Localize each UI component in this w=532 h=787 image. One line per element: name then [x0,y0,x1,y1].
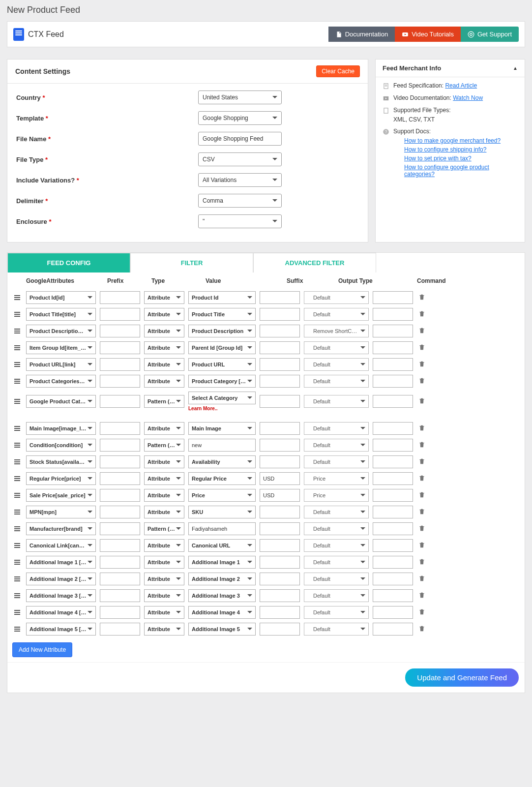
suffix-input[interactable] [260,341,300,354]
type-select[interactable]: Attribute [144,472,184,485]
google-attribute-select[interactable]: Canonical Link[canonic [26,539,96,552]
template-select[interactable]: Google Shopping [198,111,282,125]
enclosure-select[interactable]: " [198,214,282,228]
type-select[interactable]: Attribute [144,573,184,585]
prefix-input[interactable] [100,522,140,535]
add-new-attribute-button[interactable]: Add New Attribute [12,642,72,657]
value-select[interactable]: Price [188,489,256,502]
google-attribute-select[interactable]: Additional Image 3 [ad [26,589,96,602]
suffix-input[interactable] [260,375,300,388]
output-type-select[interactable]: Default [304,522,369,535]
drag-handle-icon[interactable] [13,379,22,384]
value-select[interactable]: Product Category [Ca [188,375,256,388]
support-doc-link[interactable]: How to configure google product categori… [404,164,489,178]
output-type-select[interactable]: Remove ShortCodes [304,325,369,337]
output-type-select[interactable]: Default [304,375,369,388]
output-type-select[interactable]: Default [304,589,369,602]
delete-row-button[interactable] [418,625,425,634]
prefix-input[interactable] [100,455,140,468]
suffix-input[interactable] [260,556,300,569]
delete-row-button[interactable] [418,458,425,466]
drag-handle-icon[interactable] [13,510,22,515]
suffix-input[interactable] [260,455,300,468]
prefix-input[interactable] [100,325,140,337]
drag-handle-icon[interactable] [13,362,22,367]
value-input[interactable] [188,522,256,535]
drag-handle-icon[interactable] [13,426,22,431]
value-select[interactable]: Parent Id [Group Id] [188,341,256,354]
command-input[interactable] [373,472,413,485]
type-select[interactable]: Attribute [144,358,184,371]
google-attribute-select[interactable]: Main Image[image_link [26,422,96,435]
suffix-input[interactable] [260,589,300,602]
type-select[interactable]: Attribute [144,506,184,518]
drag-handle-icon[interactable] [13,543,22,548]
type-select[interactable]: Attribute [144,606,184,619]
suffix-input[interactable] [260,358,300,371]
update-and-generate-button[interactable]: Update and Generate Feed [405,668,519,687]
value-select[interactable]: Additional Image 5 [188,623,256,636]
google-attribute-select[interactable]: Additional Image 2 [ad [26,573,96,585]
suffix-input[interactable] [260,395,300,408]
tab-feed-config[interactable]: FEED CONFIG [7,253,130,272]
delete-row-button[interactable] [418,491,425,500]
delete-row-button[interactable] [418,361,425,369]
delete-row-button[interactable] [418,608,425,617]
value-select[interactable]: Main Image [188,422,256,435]
google-attribute-select[interactable]: Additional Image 5 [ad [26,623,96,636]
prefix-input[interactable] [100,573,140,585]
google-attribute-select[interactable]: Item Group Id[item_gro [26,341,96,354]
delete-row-button[interactable] [418,327,425,335]
google-attribute-select[interactable]: Additional Image 1 [ad [26,556,96,569]
value-select[interactable]: Product Id [188,291,256,304]
output-type-select[interactable]: Default [304,395,369,408]
country-select[interactable]: United States [198,91,282,104]
command-input[interactable] [373,573,413,585]
command-input[interactable] [373,439,413,452]
tab-filter[interactable]: FILTER [130,253,253,272]
value-select[interactable]: Additional Image 1 [188,556,256,569]
support-doc-link[interactable]: How to set price with tax? [404,155,472,162]
drag-handle-icon[interactable] [13,443,22,448]
value-input[interactable] [188,439,256,452]
value-select[interactable]: Additional Image 2 [188,573,256,585]
value-select[interactable]: Additional Image 3 [188,589,256,602]
google-attribute-select[interactable]: Product Categories[pro [26,375,96,388]
output-type-select[interactable]: Default [304,455,369,468]
value-select[interactable]: Availability [188,455,256,468]
google-attribute-select[interactable]: Product URL[link] [26,358,96,371]
suffix-input[interactable] [260,308,300,321]
variations-select[interactable]: All Variations [198,173,282,187]
delete-row-button[interactable] [418,508,425,516]
command-input[interactable] [373,291,413,304]
type-select[interactable]: Attribute [144,375,184,388]
google-attribute-select[interactable]: Manufacturer[brand] [26,522,96,535]
suffix-input[interactable] [260,506,300,518]
delete-row-button[interactable] [418,441,425,450]
prefix-input[interactable] [100,539,140,552]
prefix-input[interactable] [100,375,140,388]
type-select[interactable]: Attribute [144,623,184,636]
value-select[interactable]: Product URL [188,358,256,371]
learn-more-link[interactable]: Learn More.. [188,406,256,411]
drag-handle-icon[interactable] [13,476,22,481]
delete-row-button[interactable] [418,424,425,433]
output-type-select[interactable]: Price [304,489,369,502]
prefix-input[interactable] [100,472,140,485]
command-input[interactable] [373,506,413,518]
type-select[interactable]: Pattern (Sta [144,439,184,452]
delete-row-button[interactable] [418,344,425,352]
type-select[interactable]: Pattern (Sta [144,395,184,408]
google-attribute-select[interactable]: Regular Price[price] [26,472,96,485]
prefix-input[interactable] [100,623,140,636]
support-doc-link[interactable]: How to make google merchant feed? [404,137,501,144]
suffix-input[interactable] [260,325,300,337]
drag-handle-icon[interactable] [13,560,22,565]
output-type-select[interactable]: Default [304,573,369,585]
google-attribute-select[interactable]: Condition[condition] [26,439,96,452]
delete-row-button[interactable] [418,310,425,319]
delete-row-button[interactable] [418,558,425,567]
get-support-button[interactable]: Get Support [461,27,519,42]
value-select[interactable]: Select A Category [188,392,256,404]
type-select[interactable]: Attribute [144,556,184,569]
